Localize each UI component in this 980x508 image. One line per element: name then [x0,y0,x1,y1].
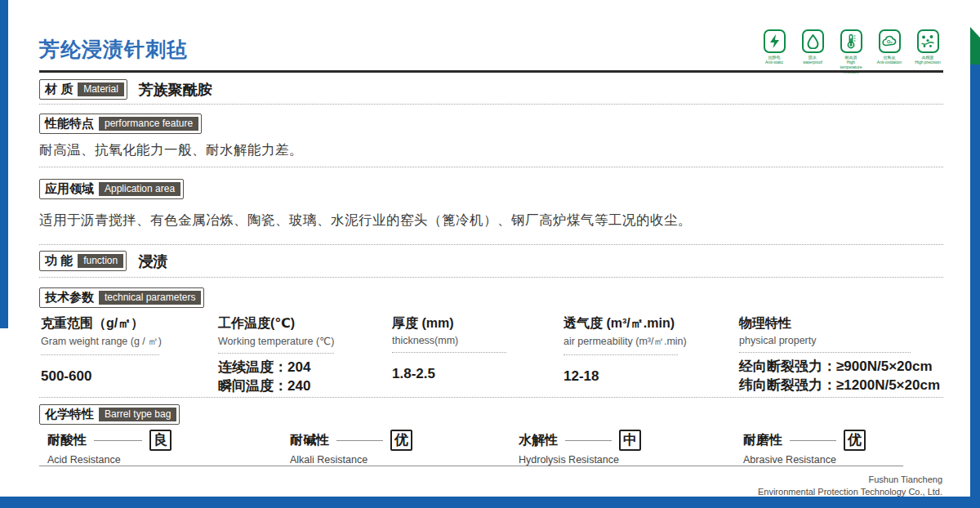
param-value: 1.8-2.5 [392,365,547,384]
param-divider [739,352,911,353]
chem-connector-line [790,440,836,441]
chem-connector-line [336,440,383,441]
chem-label-cn: 水解性 [519,432,558,449]
performance-label-cn: 性能特点 [45,116,94,131]
param-header-en: Gram weight range (g / ㎡) [41,335,204,349]
cloud-o2-icon: O₂ [879,29,901,53]
param-air-permeability: 透气度 (m³/㎡.min) air permeability (m³/㎡.mi… [564,315,731,386]
param-working-temperature: 工作温度(℃) Working temperature (℃) 连续温度：204… [218,315,381,396]
param-value: 12-18 [564,368,731,386]
chemical-label-cn: 化学特性 [45,407,94,422]
param-header-en: Working temperature (℃) [218,335,381,347]
footer-company: Fushun Tiancheng Environmental Protectio… [758,474,942,499]
param-header-cn: 厚度 (mm) [392,315,547,332]
param-header-cn: 透气度 (m³/㎡.min) [564,315,731,332]
chem-alkali-resistance: 耐碱性 优 Alkali Resistance [290,430,412,466]
function-value: 浸渍 [138,252,167,271]
material-chip: 材 质 Material [39,79,127,100]
lightning-icon [764,29,786,53]
param-header-cn: 物理特性 [739,315,951,332]
precision-dots-icon [917,29,939,53]
param-header-en: air permeability (m³/㎡.min) [564,335,731,349]
product-spec-page: 芳纶浸渍针刺毡 抗静电 Anti-static 防水 waterproof 耐高… [0,0,980,508]
function-chip: 功 能 function [39,251,127,271]
performance-label-en: performance feature [99,117,198,131]
section-chemical: 化学特性 Barrel type bag [39,404,180,425]
param-value: 纬向断裂强力：≥1200N/5×20cm [739,377,951,395]
left-blue-accent [0,0,8,328]
param-header-en: physical property [739,335,951,346]
chem-grade-badge: 中 [619,430,641,451]
header-rule [39,70,943,73]
application-chip: 应用领域 Application area [39,179,184,199]
param-divider [41,354,159,355]
param-value: 500-600 [41,368,204,386]
param-thickness: 厚度 (mm) thickness(mm) 1.8-2.5 [392,315,547,384]
param-divider [218,353,334,354]
performance-chip: 性能特点 performance feature [39,114,202,134]
footer-line1: Fushun Tiancheng [758,474,942,486]
thermometer-icon [840,29,862,53]
param-divider [392,352,506,353]
chem-label-en: Hydrolysis Resistance [519,454,641,466]
section-material: 材 质 Material 芳族聚酰胺 [39,79,212,100]
material-value: 芳族聚酰胺 [139,80,212,100]
chem-label-cn: 耐酸性 [47,432,87,449]
chem-label-en: Acid Resistance [47,454,172,466]
chem-connector-line [565,440,612,441]
chem-grade-badge: 良 [149,430,172,451]
material-label-cn: 材 质 [45,82,73,97]
right-green-accent [970,27,980,65]
section-technical: 技术参数 technical parameters [39,287,204,308]
param-value: 经向断裂强力：≥900N/5×20cm [739,358,951,377]
chem-connector-line [94,440,142,441]
badge-anti-oxidation: O₂ 抗氧化 Anti-oxidation [875,29,904,74]
right-blue-accent [970,65,980,508]
section-function: 功 能 function 浸渍 [39,251,167,271]
chem-acid-resistance: 耐酸性 良 Acid Resistance [47,430,172,466]
technical-chip: 技术参数 technical parameters [39,287,204,308]
chem-label-en: Alkali Resistance [290,454,412,466]
section-application: 应用领域 Application area [39,179,184,199]
application-label-cn: 应用领域 [45,181,94,197]
badge-label-en: Anti-static [765,60,783,65]
performance-text: 耐高温、抗氧化能力一般、耐水解能力差。 [39,141,303,159]
chem-grade-badge: 优 [844,430,866,451]
technical-label-cn: 技术参数 [45,290,94,305]
param-header-en: thickness(mm) [392,335,547,346]
technical-label-en: technical parameters [99,291,201,305]
chem-label-cn: 耐碱性 [290,432,329,449]
chemical-label-en: Barrel type bag [99,408,176,421]
footer-line2: Environmental Protection Technology Co.,… [758,486,942,498]
param-divider [564,354,678,355]
badge-high-temperature: 耐高温 High temperature resistant [836,29,866,74]
badge-high-precision: 高精度 High precision [913,29,942,74]
svg-text:O₂: O₂ [887,39,893,44]
param-value: 连续温度：204 [218,359,381,377]
chem-label-cn: 耐磨性 [743,432,782,449]
divider [39,397,943,398]
param-value: 瞬间温度：240 [218,377,381,396]
function-label-cn: 功 能 [45,253,73,269]
page-title: 芳纶浸渍针刺毡 [39,36,188,63]
application-text: 适用于沥青搅拌、有色金属冶炼、陶瓷、玻璃、水泥行业的窑头（篦冷机）、钢厂高炉煤气… [39,212,692,229]
chem-abrasive-resistance: 耐磨性 优 Abrasive Resistance [743,430,866,466]
badge-label-en: waterproof [803,60,822,65]
divider [39,104,943,105]
feature-badge-row: 抗静电 Anti-static 防水 waterproof 耐高温 High t… [760,29,942,74]
application-label-en: Application area [99,182,180,196]
badge-waterproof: 防水 waterproof [798,29,827,74]
chem-label-en: Abrasive Resistance [743,454,866,466]
badge-label-en: Anti-oxidation [877,60,902,65]
footer-rule [39,466,903,466]
param-header-cn: 克重范围（g/㎡） [41,315,204,332]
divider [39,277,943,278]
param-gram-weight: 克重范围（g/㎡） Gram weight range (g / ㎡) 500-… [41,315,204,386]
divider [39,167,943,167]
chemical-chip: 化学特性 Barrel type bag [39,404,180,425]
param-physical-property: 物理特性 physical property 经向断裂强力：≥900N/5×20… [739,315,951,395]
section-performance: 性能特点 performance feature [39,114,202,134]
function-label-en: function [78,254,123,268]
divider [39,244,943,245]
chem-hydrolysis-resistance: 水解性 中 Hydrolysis Resistance [519,430,641,466]
